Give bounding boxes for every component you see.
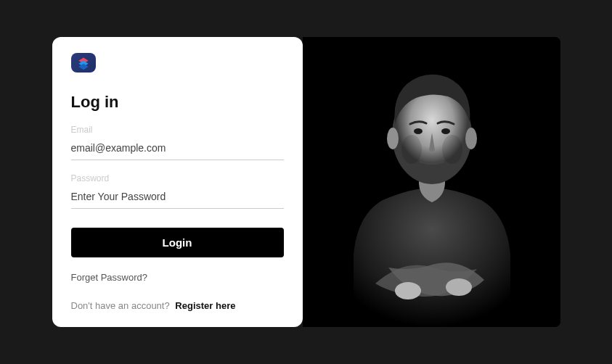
hero-image-panel <box>303 37 560 327</box>
svg-point-8 <box>401 135 422 164</box>
svg-point-9 <box>442 135 462 164</box>
password-label: Password <box>71 173 284 183</box>
email-label: Email <box>71 125 284 135</box>
email-field-group: Email <box>71 125 284 160</box>
forget-password-link[interactable]: Forget Password? <box>71 272 284 283</box>
password-input[interactable] <box>71 186 284 209</box>
svg-point-7 <box>441 128 450 134</box>
email-input[interactable] <box>71 138 284 160</box>
svg-point-2 <box>446 278 472 296</box>
svg-point-5 <box>465 128 477 149</box>
app-logo <box>71 53 96 73</box>
no-account-text: Don't have an account? <box>71 300 170 311</box>
svg-point-6 <box>414 128 423 134</box>
auth-container: Log in Email Password Login Forget Passw… <box>52 37 560 327</box>
svg-point-1 <box>395 282 421 299</box>
svg-point-4 <box>387 128 399 149</box>
login-card: Log in Email Password Login Forget Passw… <box>52 37 303 327</box>
register-link[interactable]: Register here <box>175 300 235 311</box>
layers-icon <box>76 56 91 70</box>
login-button[interactable]: Login <box>71 228 284 257</box>
portrait-image <box>303 37 560 327</box>
password-field-group: Password <box>71 173 284 209</box>
page-title: Log in <box>71 93 284 112</box>
register-row: Don't have an account? Register here <box>71 300 284 311</box>
